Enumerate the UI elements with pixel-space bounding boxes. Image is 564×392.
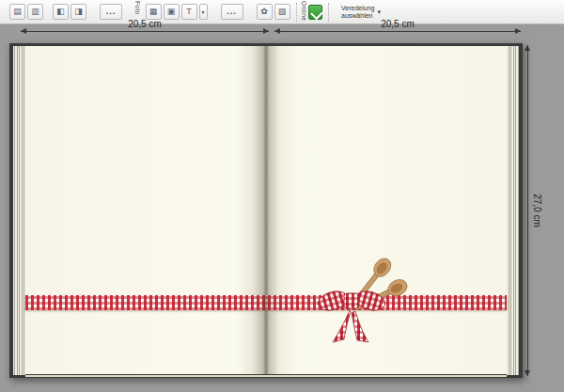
photo-frame-button[interactable]: ▣: [164, 4, 180, 20]
veredelung-dropdown[interactable]: Veredelung auswählen ▾: [337, 3, 385, 22]
left-page-width-label: 20,5 cm: [128, 19, 162, 29]
page-spread-icon: ▥: [31, 8, 39, 16]
page-stack-edges-right: [507, 46, 519, 375]
page-stack-edges-left: [13, 46, 25, 375]
more-photo-options-button[interactable]: ...: [221, 4, 243, 20]
gingham-ribbon-decoration[interactable]: [25, 295, 507, 310]
page-overview-icon: ▤: [13, 8, 22, 16]
veredelung-label-line1: Veredelung: [341, 5, 374, 12]
toolbar-separator: [328, 3, 329, 22]
toolbar: ▤ ▥ ◧ ◨ ... Foto ▦ ▣ T ▾ ... ✿ ▨ Online …: [0, 0, 564, 24]
bow-and-spoons-decoration[interactable]: [312, 258, 410, 355]
page-overview-button[interactable]: ▤: [9, 4, 25, 20]
photobook-spread[interactable]: [9, 43, 523, 378]
clipart-icon: ✿: [260, 8, 268, 16]
delete-page-icon: ◨: [74, 8, 83, 16]
right-page-width-dimension-line: [274, 31, 521, 32]
online-section-label: Online: [301, 1, 307, 24]
photo-tools-dropdown[interactable]: ▾: [199, 4, 208, 20]
chevron-down-icon: ▾: [377, 8, 381, 16]
background-button[interactable]: ▨: [274, 4, 290, 20]
page-height-label: 27,0 cm: [532, 194, 542, 227]
gingham-bow-icon: [316, 288, 387, 342]
photobook-editor-window: ▤ ▥ ◧ ◨ ... Foto ▦ ▣ T ▾ ... ✿ ▨ Online …: [0, 0, 564, 392]
insert-page-icon: ◧: [56, 8, 65, 16]
clipart-button[interactable]: ✿: [257, 4, 273, 20]
left-page[interactable]: [25, 46, 266, 374]
page-spread-button[interactable]: ▥: [27, 4, 43, 20]
insert-page-button[interactable]: ◧: [53, 4, 69, 20]
chevron-down-icon: ▾: [201, 8, 204, 15]
page-height-dimension-line: [527, 45, 528, 376]
background-icon: ▨: [278, 8, 287, 16]
right-page-width-label: 20,5 cm: [381, 19, 415, 29]
photo-icon: ▦: [149, 8, 158, 16]
left-page-width-dimension-line: [21, 31, 269, 32]
online-order-icon[interactable]: [308, 5, 322, 20]
page-stack-edges-bottom: [25, 375, 507, 377]
frame-icon: ▣: [167, 8, 176, 16]
toolbar-separator: [296, 3, 297, 22]
veredelung-label-line2: auswählen: [341, 12, 374, 20]
text-icon: T: [186, 8, 192, 16]
more-pages-options-button[interactable]: ...: [100, 4, 122, 20]
add-photo-button[interactable]: ▦: [146, 4, 162, 20]
delete-page-button[interactable]: ◨: [70, 4, 86, 20]
text-tool-button[interactable]: T: [181, 4, 197, 20]
